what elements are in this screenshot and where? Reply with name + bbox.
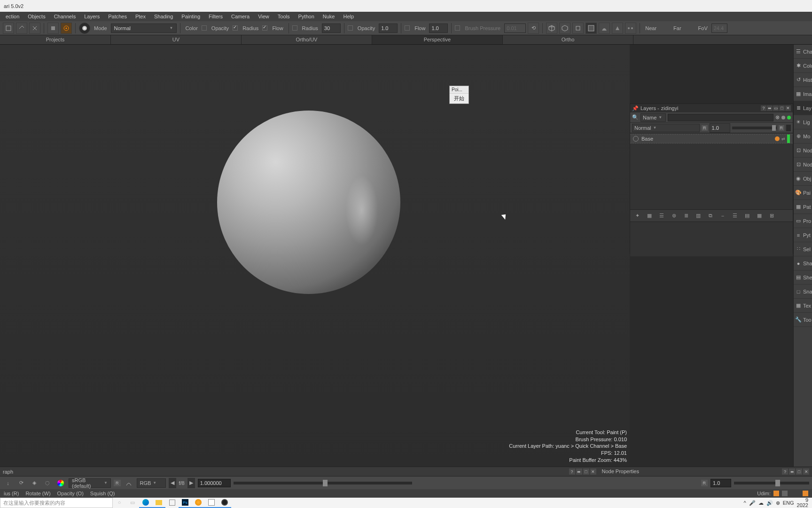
rtab-tools[interactable]: 🔧Too: [794, 313, 812, 327]
pan-icon[interactable]: ↓: [3, 478, 13, 488]
rtab-shelf[interactable]: ▤She: [794, 270, 812, 285]
add-graph-icon[interactable]: ⊛: [670, 212, 678, 220]
menu-nuke[interactable]: Nuke: [319, 13, 339, 20]
r-badge-2[interactable]: R: [701, 480, 708, 486]
flow2-check[interactable]: [405, 25, 410, 31]
panel-icon-b[interactable]: ⬌: [576, 468, 582, 475]
tool-icon-3[interactable]: [29, 23, 40, 34]
rtab-projects[interactable]: ▭Pro: [794, 214, 812, 228]
mari-icon[interactable]: [192, 498, 205, 508]
layers-list-area[interactable]: [630, 143, 793, 209]
obs-icon[interactable]: [218, 498, 231, 508]
cube-icon-3[interactable]: [572, 23, 584, 34]
cube-icon-2[interactable]: [559, 23, 570, 34]
panel-icon-d[interactable]: ✕: [590, 468, 596, 475]
tray-chevron-icon[interactable]: ^: [744, 500, 746, 506]
add-adjustment-icon[interactable]: ▦: [645, 212, 654, 220]
exposure-input[interactable]: [198, 479, 231, 487]
menu-channels[interactable]: Channels: [50, 13, 79, 20]
panel-close-icon[interactable]: ✕: [785, 105, 791, 111]
shade-icon-1[interactable]: [599, 23, 610, 34]
menu-objects[interactable]: Objects: [24, 13, 49, 20]
r-badge[interactable]: R: [114, 480, 121, 486]
rtab-history[interactable]: ↺Hist: [794, 73, 812, 87]
panel-pin-icon[interactable]: ⬌: [767, 105, 773, 111]
explorer-icon[interactable]: [152, 498, 165, 508]
delete-icon[interactable]: −: [718, 212, 727, 220]
curve-icon[interactable]: [124, 478, 134, 488]
layer-opacity-slider[interactable]: [732, 127, 777, 129]
gamma-slider[interactable]: [734, 482, 809, 484]
zoom-icon[interactable]: ◈: [29, 478, 39, 488]
tool-icon-2[interactable]: [16, 23, 27, 34]
rtab-painting[interactable]: 🎨Pai: [794, 186, 812, 200]
tab-perspective[interactable]: Perspective: [372, 35, 503, 44]
blend-mode-dropdown[interactable]: Normal▼: [111, 24, 177, 33]
menu-python[interactable]: Python: [295, 13, 318, 20]
rtab-colors[interactable]: ✱Cold: [794, 59, 812, 73]
duplicate-icon[interactable]: ⧉: [706, 212, 715, 220]
color-check[interactable]: [202, 25, 207, 31]
rtab-channels[interactable]: ☰Cha: [794, 45, 812, 59]
rtab-shaders[interactable]: ●Sha: [794, 256, 812, 270]
dot-icon-2[interactable]: [787, 116, 791, 119]
store-icon[interactable]: [165, 498, 179, 508]
menu-filters[interactable]: Filters: [205, 13, 226, 20]
rtab-selection[interactable]: ∷Sel: [794, 242, 812, 256]
rtab-patches[interactable]: ▦Pat: [794, 200, 812, 214]
udim-swatch-1[interactable]: [773, 491, 779, 496]
rtab-image[interactable]: ▦Ima: [794, 87, 812, 101]
taskbar-search[interactable]: 在这里输入你要搜索的内容: [0, 498, 113, 508]
panel-max-icon[interactable]: □: [779, 105, 785, 111]
cube-icon-4[interactable]: [586, 23, 597, 34]
edge-icon[interactable]: [139, 498, 152, 508]
layer-swatch[interactable]: [786, 125, 791, 131]
gamma-input[interactable]: [710, 479, 731, 487]
panel-icon-f[interactable]: ⬌: [789, 468, 795, 475]
taskview-icon[interactable]: ▭: [126, 498, 139, 508]
rtab-objects[interactable]: ◉Obj: [794, 172, 812, 186]
add-paint-layer-icon[interactable]: ✦: [633, 212, 641, 220]
visibility-icon[interactable]: [633, 136, 639, 142]
tab-ortho[interactable]: Ortho: [503, 35, 633, 44]
opacity-input[interactable]: [379, 24, 398, 33]
rtab-python[interactable]: ≡Pyt: [794, 228, 812, 242]
radius-check[interactable]: [233, 25, 238, 31]
sphere-object[interactable]: [217, 111, 400, 294]
tray-volume-icon[interactable]: 🔊: [766, 500, 773, 506]
select-icon[interactable]: ◌: [42, 478, 53, 488]
grid-icon-1[interactable]: ▦: [755, 212, 764, 220]
target-icon[interactable]: [61, 23, 72, 34]
list-icon-2[interactable]: ▤: [743, 212, 751, 220]
rtab-layers[interactable]: ≣Lay: [794, 101, 812, 115]
pin-icon[interactable]: 📌: [632, 105, 639, 111]
dot-icon-1[interactable]: [781, 116, 785, 119]
tray-lang[interactable]: ENG: [783, 500, 794, 506]
shade-icon-3[interactable]: [625, 23, 636, 34]
menu-patches[interactable]: Patches: [104, 13, 131, 20]
panel-icon-h[interactable]: ✕: [803, 468, 809, 475]
tool-icon-4[interactable]: [47, 23, 59, 34]
brushpressure-check[interactable]: [455, 25, 460, 31]
menu-shading[interactable]: Shading: [150, 13, 177, 20]
udim-swatch-2[interactable]: [782, 491, 788, 496]
radius2-check[interactable]: [292, 25, 297, 31]
menu-tools[interactable]: Tools: [274, 13, 294, 20]
menu-selection[interactable]: ection: [2, 13, 23, 20]
cortana-icon[interactable]: ○: [113, 498, 126, 508]
brush-preview-icon[interactable]: [79, 23, 90, 34]
r-button-2[interactable]: R: [779, 125, 785, 131]
cube-icon-1[interactable]: [546, 23, 557, 34]
panel-icon-e[interactable]: ?: [782, 468, 788, 475]
colorwheel-icon[interactable]: [55, 478, 66, 488]
radius-input[interactable]: [322, 24, 341, 33]
rtab-modifiers[interactable]: ⊕Mo: [794, 129, 812, 143]
status-swatch[interactable]: [803, 491, 808, 496]
flow-input[interactable]: [429, 24, 448, 33]
viewport-3d[interactable]: Current Tool: Paint (P) Brush Pressure: …: [0, 45, 630, 467]
floating-window[interactable]: Poi... 开始: [449, 86, 469, 104]
layer-link-icon[interactable]: ⇄: [781, 136, 785, 141]
rtab-lights[interactable]: ☀Lig: [794, 115, 812, 129]
photoshop-icon[interactable]: Ps: [179, 498, 192, 508]
panel-icon-a[interactable]: ?: [569, 468, 575, 475]
